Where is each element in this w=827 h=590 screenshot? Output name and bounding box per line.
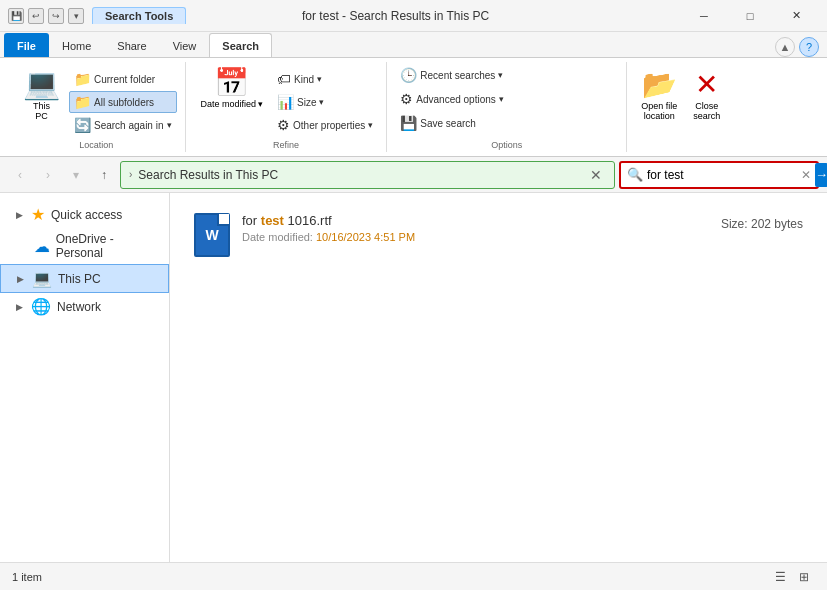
search-again-button[interactable]: 🔄 Search again in ▾ xyxy=(69,114,177,136)
open-file-label: Open filelocation xyxy=(641,101,677,121)
star-icon: ★ xyxy=(31,205,45,224)
sidebar: ▶ ★ Quick access ☁ OneDrive - Personal ▶… xyxy=(0,193,170,571)
size-button[interactable]: 📊 Size ▾ xyxy=(272,91,378,113)
advanced-icon: ⚙ xyxy=(400,91,413,107)
view-icons: ☰ ⊞ xyxy=(769,566,815,588)
tab-home[interactable]: Home xyxy=(49,33,104,57)
recent-icon: 🕒 xyxy=(400,67,417,83)
search-again-chevron: ▾ xyxy=(167,120,172,130)
current-folder-button[interactable]: 📁 Current folder xyxy=(69,68,177,90)
search-input[interactable] xyxy=(647,168,797,182)
other-props-label: Other properties xyxy=(293,120,365,131)
close-button[interactable]: ✕ xyxy=(773,0,819,32)
other-props-icon: ⚙ xyxy=(277,117,290,133)
close-search-label: Closesearch xyxy=(693,101,720,121)
other-properties-button[interactable]: ⚙ Other properties ▾ xyxy=(272,114,378,136)
size-label: Size xyxy=(297,97,316,108)
ribbon: 💻 ThisPC 📁 Current folder 📁 All subfolde… xyxy=(0,58,827,157)
sidebar-item-this-pc[interactable]: ▶ 💻 This PC xyxy=(0,264,169,293)
file-date: Date modified: 10/16/2023 4:51 PM xyxy=(242,231,709,243)
date-modified-icon: 📅 xyxy=(214,69,249,97)
kind-button[interactable]: 🏷 Kind ▾ xyxy=(272,68,378,90)
up-button[interactable]: ↑ xyxy=(92,163,116,187)
this-pc-button[interactable]: 💻 ThisPC xyxy=(16,64,67,126)
back-button[interactable]: ‹ xyxy=(8,163,32,187)
file-size: Size: 202 bytes xyxy=(721,213,803,231)
title-bar-quick-icons: 💾 ↩ ↪ ▾ xyxy=(8,8,84,24)
help-icon[interactable]: ? xyxy=(799,37,819,57)
window-controls: ─ □ ✕ xyxy=(681,0,819,32)
window-title: for test - Search Results in This PC xyxy=(110,9,681,23)
redo-icon[interactable]: ↪ xyxy=(48,8,64,24)
main-area: ▶ ★ Quick access ☁ OneDrive - Personal ▶… xyxy=(0,193,827,571)
search-again-icon: 🔄 xyxy=(74,117,91,133)
details-view-button[interactable]: ☰ xyxy=(769,566,791,588)
kind-icon: 🏷 xyxy=(277,71,291,87)
ribbon-location-section: 💻 ThisPC 📁 Current folder 📁 All subfolde… xyxy=(8,62,186,152)
undo-icon[interactable]: ↩ xyxy=(28,8,44,24)
title-bar: 💾 ↩ ↪ ▾ Search Tools for test - Search R… xyxy=(0,0,827,32)
more-icon[interactable]: ▾ xyxy=(68,8,84,24)
address-path: Search Results in This PC xyxy=(138,168,278,182)
maximize-button[interactable]: □ xyxy=(727,0,773,32)
save-search-label: Save search xyxy=(420,118,476,129)
recent-searches-button[interactable]: 🕒 Recent searches ▾ xyxy=(395,64,509,86)
location-bar: ‹ › ▾ ↑ › Search Results in This PC ✕ 🔍 … xyxy=(0,157,827,193)
search-box[interactable]: 🔍 ✕ → xyxy=(619,161,819,189)
this-pc-icon: 💻 xyxy=(23,69,60,99)
folder-icon: 📁 xyxy=(74,71,91,87)
item-count: 1 item xyxy=(12,571,42,583)
date-modified-button[interactable]: 📅 Date modified▾ xyxy=(194,64,271,114)
tab-search[interactable]: Search xyxy=(209,33,272,57)
size-icon: 📊 xyxy=(277,94,294,110)
tab-share[interactable]: Share xyxy=(104,33,159,57)
close-search-button[interactable]: ✕ Closesearch xyxy=(687,64,726,125)
search-again-label: Search again in xyxy=(94,120,164,131)
file-name-highlight: test xyxy=(261,213,284,228)
all-folders-icon: 📁 xyxy=(74,94,91,110)
options-content: 🕒 Recent searches ▾ ⚙ Advanced options ▾… xyxy=(395,64,509,136)
ribbon-options-section: 🕒 Recent searches ▾ ⚙ Advanced options ▾… xyxy=(387,62,627,152)
all-subfolders-button[interactable]: 📁 All subfolders xyxy=(69,91,177,113)
pc-icon: 💻 xyxy=(32,269,52,288)
refine-section-label: Refine xyxy=(194,136,379,150)
close-search-icon: ✕ xyxy=(695,68,718,101)
expand-icon-net: ▶ xyxy=(16,302,23,312)
expand-ribbon-icon[interactable]: ▲ xyxy=(775,37,795,57)
refine-items: 📅 Date modified▾ 🏷 Kind ▾ 📊 Size ▾ xyxy=(194,64,379,136)
date-modified-label: Date modified▾ xyxy=(201,99,264,109)
sidebar-item-network[interactable]: ▶ 🌐 Network xyxy=(0,293,169,320)
advanced-options-button[interactable]: ⚙ Advanced options ▾ xyxy=(395,88,509,110)
forward-button[interactable]: › xyxy=(36,163,60,187)
onedrive-label: OneDrive - Personal xyxy=(56,232,161,260)
options-section-label: Options xyxy=(395,136,618,150)
date-value: 10/16/2023 4:51 PM xyxy=(316,231,415,243)
minimize-button[interactable]: ─ xyxy=(681,0,727,32)
large-icons-view-button[interactable]: ⊞ xyxy=(793,566,815,588)
expand-icon: ▶ xyxy=(16,210,23,220)
network-label: Network xyxy=(57,300,101,314)
sidebar-item-quick-access[interactable]: ▶ ★ Quick access xyxy=(0,201,169,228)
all-subfolders-label: All subfolders xyxy=(94,97,154,108)
file-name-suffix: 1016.rtf xyxy=(284,213,332,228)
ribbon-tab-bar: File Home Share View Search ▲ ? xyxy=(0,32,827,58)
recent-button[interactable]: ▾ xyxy=(64,163,88,187)
address-chevron-icon: › xyxy=(129,169,132,180)
address-clear-icon[interactable]: ✕ xyxy=(586,167,606,183)
sidebar-item-onedrive[interactable]: ☁ OneDrive - Personal xyxy=(0,228,169,264)
search-clear-icon[interactable]: ✕ xyxy=(801,168,811,182)
save-icon[interactable]: 💾 xyxy=(8,8,24,24)
tab-view[interactable]: View xyxy=(160,33,210,57)
this-pc-label: This PC xyxy=(58,272,101,286)
file-item[interactable]: W for test 1016.rtf Date modified: 10/16… xyxy=(186,205,811,265)
address-bar[interactable]: › Search Results in This PC ✕ xyxy=(120,161,615,189)
file-name: for test 1016.rtf xyxy=(242,213,709,228)
location-group: 📁 Current folder 📁 All subfolders 🔄 Sear… xyxy=(69,68,177,136)
save-search-button[interactable]: 💾 Save search xyxy=(395,112,509,134)
search-go-button[interactable]: → xyxy=(815,163,827,187)
expand-icon-pc: ▶ xyxy=(17,274,24,284)
current-folder-label: Current folder xyxy=(94,74,155,85)
tab-file[interactable]: File xyxy=(4,33,49,57)
open-file-location-button[interactable]: 📂 Open filelocation xyxy=(635,64,683,125)
quick-access-label: Quick access xyxy=(51,208,122,222)
